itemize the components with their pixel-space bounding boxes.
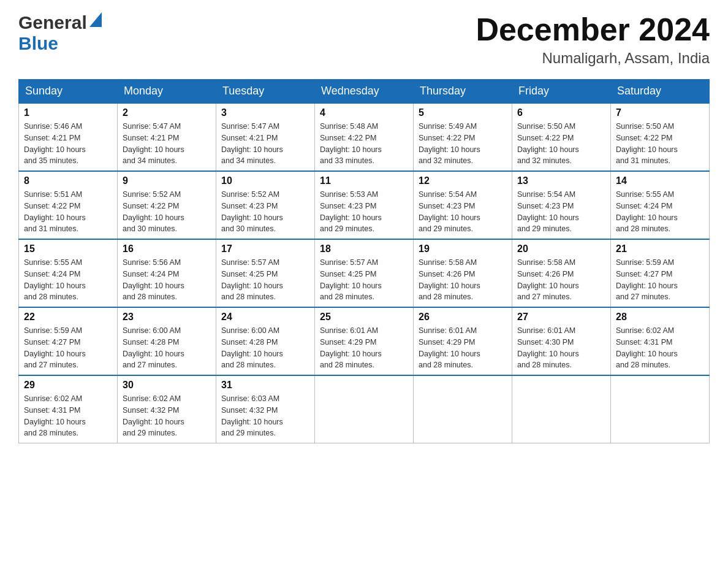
- day-info: Sunrise: 6:00 AMSunset: 4:28 PMDaylight:…: [221, 326, 283, 369]
- day-info: Sunrise: 5:54 AMSunset: 4:23 PMDaylight:…: [419, 190, 480, 233]
- calendar-cell: [414, 375, 512, 443]
- day-number: 16: [123, 243, 211, 255]
- logo-general-text: General: [18, 12, 87, 33]
- day-info: Sunrise: 6:02 AMSunset: 4:31 PMDaylight:…: [24, 394, 86, 437]
- day-info: Sunrise: 5:59 AMSunset: 4:27 PMDaylight:…: [24, 326, 86, 369]
- day-number: 28: [616, 312, 704, 323]
- calendar-cell: 25 Sunrise: 6:01 AMSunset: 4:29 PMDaylig…: [315, 307, 414, 375]
- calendar-header-row: SundayMondayTuesdayWednesdayThursdayFrid…: [19, 80, 710, 104]
- week-row-4: 22 Sunrise: 5:59 AMSunset: 4:27 PMDaylig…: [19, 307, 710, 375]
- calendar-cell: [611, 375, 710, 443]
- calendar-cell: 8 Sunrise: 5:51 AMSunset: 4:22 PMDayligh…: [19, 171, 118, 239]
- day-info: Sunrise: 5:53 AMSunset: 4:23 PMDaylight:…: [320, 190, 382, 233]
- calendar-cell: 3 Sunrise: 5:47 AMSunset: 4:21 PMDayligh…: [216, 103, 315, 171]
- header-wednesday: Wednesday: [315, 80, 414, 104]
- day-info: Sunrise: 5:49 AMSunset: 4:22 PMDaylight:…: [419, 122, 480, 165]
- calendar-cell: 29 Sunrise: 6:02 AMSunset: 4:31 PMDaylig…: [19, 375, 118, 443]
- day-info: Sunrise: 5:52 AMSunset: 4:22 PMDaylight:…: [123, 190, 184, 233]
- logo: General Blue: [18, 12, 102, 54]
- day-number: 1: [24, 107, 112, 118]
- day-info: Sunrise: 5:57 AMSunset: 4:25 PMDaylight:…: [221, 258, 283, 301]
- calendar-cell: 7 Sunrise: 5:50 AMSunset: 4:22 PMDayligh…: [611, 103, 710, 171]
- calendar-cell: 11 Sunrise: 5:53 AMSunset: 4:23 PMDaylig…: [315, 171, 414, 239]
- day-info: Sunrise: 5:50 AMSunset: 4:22 PMDaylight:…: [616, 122, 678, 165]
- day-info: Sunrise: 5:58 AMSunset: 4:26 PMDaylight:…: [419, 258, 480, 301]
- calendar-cell: 14 Sunrise: 5:55 AMSunset: 4:24 PMDaylig…: [611, 171, 710, 239]
- day-info: Sunrise: 5:56 AMSunset: 4:24 PMDaylight:…: [123, 258, 184, 301]
- calendar-cell: [512, 375, 611, 443]
- header-friday: Friday: [512, 80, 611, 104]
- day-info: Sunrise: 5:57 AMSunset: 4:25 PMDaylight:…: [320, 258, 382, 301]
- day-info: Sunrise: 5:55 AMSunset: 4:24 PMDaylight:…: [616, 190, 678, 233]
- day-number: 22: [24, 312, 112, 323]
- calendar-cell: 17 Sunrise: 5:57 AMSunset: 4:25 PMDaylig…: [216, 239, 315, 307]
- day-info: Sunrise: 5:47 AMSunset: 4:21 PMDaylight:…: [123, 122, 184, 165]
- calendar-cell: 15 Sunrise: 5:55 AMSunset: 4:24 PMDaylig…: [19, 239, 118, 307]
- day-number: 27: [517, 312, 605, 323]
- day-number: 30: [123, 380, 211, 391]
- day-number: 26: [419, 312, 507, 323]
- day-number: 24: [221, 312, 309, 323]
- day-number: 20: [517, 243, 605, 255]
- location-title: Numaligarh, Assam, India: [476, 50, 710, 67]
- day-info: Sunrise: 5:52 AMSunset: 4:23 PMDaylight:…: [221, 190, 283, 233]
- day-number: 10: [221, 175, 309, 186]
- day-info: Sunrise: 6:00 AMSunset: 4:28 PMDaylight:…: [123, 326, 184, 369]
- calendar-cell: 24 Sunrise: 6:00 AMSunset: 4:28 PMDaylig…: [216, 307, 315, 375]
- day-info: Sunrise: 6:01 AMSunset: 4:30 PMDaylight:…: [517, 326, 579, 369]
- day-info: Sunrise: 5:46 AMSunset: 4:21 PMDaylight:…: [24, 122, 86, 165]
- week-row-3: 15 Sunrise: 5:55 AMSunset: 4:24 PMDaylig…: [19, 239, 710, 307]
- calendar-cell: 23 Sunrise: 6:00 AMSunset: 4:28 PMDaylig…: [118, 307, 216, 375]
- day-info: Sunrise: 5:58 AMSunset: 4:26 PMDaylight:…: [517, 258, 579, 301]
- header-thursday: Thursday: [414, 80, 512, 104]
- day-number: 14: [616, 175, 704, 186]
- calendar-cell: 27 Sunrise: 6:01 AMSunset: 4:30 PMDaylig…: [512, 307, 611, 375]
- day-info: Sunrise: 5:48 AMSunset: 4:22 PMDaylight:…: [320, 122, 382, 165]
- calendar-cell: 31 Sunrise: 6:03 AMSunset: 4:32 PMDaylig…: [216, 375, 315, 443]
- calendar-table: SundayMondayTuesdayWednesdayThursdayFrid…: [18, 79, 710, 443]
- calendar-cell: 18 Sunrise: 5:57 AMSunset: 4:25 PMDaylig…: [315, 239, 414, 307]
- logo-triangle-icon: [89, 12, 102, 29]
- day-number: 11: [320, 175, 408, 186]
- day-info: Sunrise: 5:55 AMSunset: 4:24 PMDaylight:…: [24, 258, 86, 301]
- header-saturday: Saturday: [611, 80, 710, 104]
- day-number: 15: [24, 243, 112, 255]
- header-tuesday: Tuesday: [216, 80, 315, 104]
- week-row-1: 1 Sunrise: 5:46 AMSunset: 4:21 PMDayligh…: [19, 103, 710, 171]
- calendar-cell: 30 Sunrise: 6:02 AMSunset: 4:32 PMDaylig…: [118, 375, 216, 443]
- week-row-2: 8 Sunrise: 5:51 AMSunset: 4:22 PMDayligh…: [19, 171, 710, 239]
- calendar-cell: 19 Sunrise: 5:58 AMSunset: 4:26 PMDaylig…: [414, 239, 512, 307]
- day-info: Sunrise: 5:54 AMSunset: 4:23 PMDaylight:…: [517, 190, 579, 233]
- day-number: 31: [221, 380, 309, 391]
- day-info: Sunrise: 6:02 AMSunset: 4:31 PMDaylight:…: [616, 326, 678, 369]
- calendar-cell: 1 Sunrise: 5:46 AMSunset: 4:21 PMDayligh…: [19, 103, 118, 171]
- calendar-cell: 16 Sunrise: 5:56 AMSunset: 4:24 PMDaylig…: [118, 239, 216, 307]
- calendar-cell: 2 Sunrise: 5:47 AMSunset: 4:21 PMDayligh…: [118, 103, 216, 171]
- logo-blue-text: Blue: [18, 33, 58, 53]
- day-number: 5: [419, 107, 507, 118]
- month-title: December 2024: [476, 12, 710, 47]
- day-info: Sunrise: 5:59 AMSunset: 4:27 PMDaylight:…: [616, 258, 678, 301]
- header-sunday: Sunday: [19, 80, 118, 104]
- calendar-cell: 22 Sunrise: 5:59 AMSunset: 4:27 PMDaylig…: [19, 307, 118, 375]
- page-header: General Blue December 2024 Numaligarh, A…: [18, 12, 710, 67]
- calendar-cell: 10 Sunrise: 5:52 AMSunset: 4:23 PMDaylig…: [216, 171, 315, 239]
- header-monday: Monday: [118, 80, 216, 104]
- calendar-cell: [315, 375, 414, 443]
- calendar-cell: 12 Sunrise: 5:54 AMSunset: 4:23 PMDaylig…: [414, 171, 512, 239]
- calendar-cell: 5 Sunrise: 5:49 AMSunset: 4:22 PMDayligh…: [414, 103, 512, 171]
- day-number: 18: [320, 243, 408, 255]
- day-number: 12: [419, 175, 507, 186]
- day-number: 23: [123, 312, 211, 323]
- calendar-cell: 21 Sunrise: 5:59 AMSunset: 4:27 PMDaylig…: [611, 239, 710, 307]
- day-number: 25: [320, 312, 408, 323]
- day-number: 3: [221, 107, 309, 118]
- day-info: Sunrise: 5:47 AMSunset: 4:21 PMDaylight:…: [221, 122, 283, 165]
- calendar-cell: 26 Sunrise: 6:01 AMSunset: 4:29 PMDaylig…: [414, 307, 512, 375]
- day-number: 9: [123, 175, 211, 186]
- day-number: 21: [616, 243, 704, 255]
- day-number: 17: [221, 243, 309, 255]
- week-row-5: 29 Sunrise: 6:02 AMSunset: 4:31 PMDaylig…: [19, 375, 710, 443]
- day-info: Sunrise: 5:50 AMSunset: 4:22 PMDaylight:…: [517, 122, 579, 165]
- calendar-cell: 9 Sunrise: 5:52 AMSunset: 4:22 PMDayligh…: [118, 171, 216, 239]
